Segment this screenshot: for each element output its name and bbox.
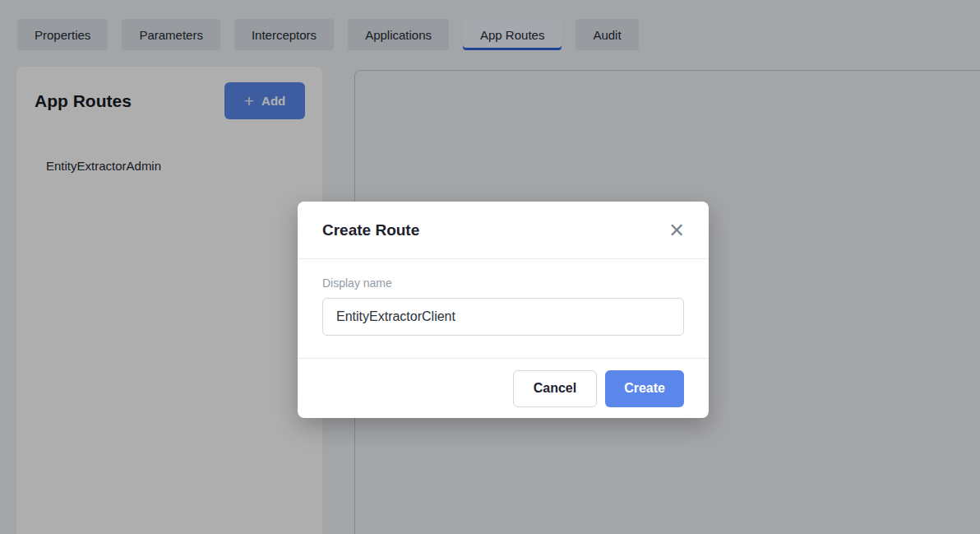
dialog-body: Display name — [298, 259, 709, 359]
x-icon: × — [669, 216, 684, 244]
dialog-header: Create Route × — [298, 202, 709, 259]
create-button[interactable]: Create — [605, 370, 684, 407]
cancel-button[interactable]: Cancel — [513, 370, 597, 407]
create-route-dialog: Create Route × Display name Cancel Creat… — [298, 202, 709, 418]
display-name-label: Display name — [322, 276, 684, 290]
dialog-title: Create Route — [322, 221, 419, 239]
dialog-footer: Cancel Create — [298, 359, 709, 418]
display-name-input[interactable] — [322, 298, 684, 336]
close-button[interactable]: × — [668, 217, 686, 243]
